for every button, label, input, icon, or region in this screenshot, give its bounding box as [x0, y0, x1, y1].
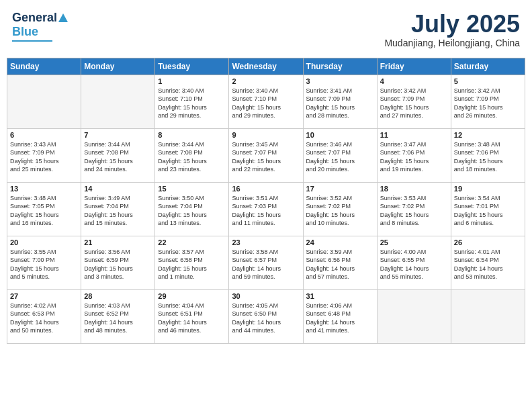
logo-triangle — [58, 13, 68, 22]
calendar-day-cell: 25Sunrise: 4:00 AM Sunset: 6:55 PM Dayli… — [377, 236, 451, 289]
day-number: 25 — [380, 238, 448, 246]
calendar-day-cell: 15Sunrise: 3:50 AM Sunset: 7:04 PM Dayli… — [155, 182, 229, 236]
day-info: Sunrise: 3:40 AM Sunset: 7:10 PM Dayligh… — [158, 87, 226, 120]
day-of-week-header: Sunday — [7, 58, 81, 75]
calendar-day-cell: 21Sunrise: 3:56 AM Sunset: 6:59 PM Dayli… — [81, 236, 155, 289]
title-section: July 2025 Mudanjiang, Heilongjiang, Chin… — [384, 11, 520, 48]
day-number: 7 — [84, 131, 152, 139]
day-of-week-header: Saturday — [451, 58, 525, 75]
day-number: 4 — [380, 77, 448, 85]
day-info: Sunrise: 3:50 AM Sunset: 7:04 PM Dayligh… — [158, 194, 226, 228]
calendar-day-cell: 26Sunrise: 4:01 AM Sunset: 6:54 PM Dayli… — [451, 236, 525, 289]
calendar-day-cell — [7, 75, 81, 128]
calendar-day-cell: 19Sunrise: 3:54 AM Sunset: 7:01 PM Dayli… — [451, 182, 525, 236]
calendar-week-row: 20Sunrise: 3:55 AM Sunset: 7:00 PM Dayli… — [7, 236, 525, 289]
calendar-day-cell: 3Sunrise: 3:41 AM Sunset: 7:09 PM Daylig… — [303, 75, 377, 128]
calendar-day-cell: 24Sunrise: 3:59 AM Sunset: 6:56 PM Dayli… — [303, 236, 377, 289]
calendar-day-cell: 1Sunrise: 3:40 AM Sunset: 7:10 PM Daylig… — [155, 75, 229, 128]
day-number: 26 — [454, 238, 522, 246]
calendar-day-cell: 2Sunrise: 3:40 AM Sunset: 7:10 PM Daylig… — [229, 75, 303, 128]
day-info: Sunrise: 3:53 AM Sunset: 7:02 PM Dayligh… — [380, 194, 448, 228]
day-number: 23 — [232, 238, 300, 246]
calendar-day-cell: 17Sunrise: 3:52 AM Sunset: 7:02 PM Dayli… — [303, 182, 377, 236]
day-info: Sunrise: 3:42 AM Sunset: 7:09 PM Dayligh… — [454, 87, 522, 120]
calendar-week-row: 13Sunrise: 3:48 AM Sunset: 7:05 PM Dayli… — [7, 182, 525, 236]
day-number: 24 — [306, 238, 374, 246]
calendar-day-cell: 8Sunrise: 3:44 AM Sunset: 7:08 PM Daylig… — [155, 128, 229, 182]
calendar-day-cell: 5Sunrise: 3:42 AM Sunset: 7:09 PM Daylig… — [451, 75, 525, 128]
logo-line — [12, 40, 52, 42]
day-number: 20 — [10, 238, 78, 246]
day-number: 1 — [158, 77, 226, 85]
day-number: 27 — [10, 292, 78, 300]
calendar-day-cell: 6Sunrise: 3:43 AM Sunset: 7:09 PM Daylig… — [7, 128, 81, 182]
logo: General Blue — [12, 11, 69, 42]
day-number: 11 — [380, 131, 448, 139]
day-number: 12 — [454, 131, 522, 139]
calendar-header-row: SundayMondayTuesdayWednesdayThursdayFrid… — [7, 58, 525, 75]
day-info: Sunrise: 3:44 AM Sunset: 7:08 PM Dayligh… — [84, 140, 152, 174]
day-info: Sunrise: 3:58 AM Sunset: 6:57 PM Dayligh… — [232, 248, 300, 281]
calendar-day-cell: 12Sunrise: 3:48 AM Sunset: 7:06 PM Dayli… — [451, 128, 525, 182]
day-number: 17 — [306, 185, 374, 193]
calendar-day-cell: 18Sunrise: 3:53 AM Sunset: 7:02 PM Dayli… — [377, 182, 451, 236]
day-number: 5 — [454, 77, 522, 85]
day-of-week-header: Monday — [81, 58, 155, 75]
day-info: Sunrise: 3:40 AM Sunset: 7:10 PM Dayligh… — [232, 87, 300, 120]
day-number: 31 — [306, 292, 374, 300]
day-number: 21 — [84, 238, 152, 246]
day-of-week-header: Thursday — [303, 58, 377, 75]
day-info: Sunrise: 3:45 AM Sunset: 7:07 PM Dayligh… — [232, 140, 300, 174]
month-year: July 2025 — [384, 11, 520, 38]
day-number: 29 — [158, 292, 226, 300]
calendar-day-cell: 9Sunrise: 3:45 AM Sunset: 7:07 PM Daylig… — [229, 128, 303, 182]
day-number: 30 — [232, 292, 300, 300]
day-number: 13 — [10, 185, 78, 193]
day-info: Sunrise: 3:49 AM Sunset: 7:04 PM Dayligh… — [84, 194, 152, 228]
calendar-day-cell: 31Sunrise: 4:06 AM Sunset: 6:48 PM Dayli… — [303, 289, 377, 343]
calendar-week-row: 6Sunrise: 3:43 AM Sunset: 7:09 PM Daylig… — [7, 128, 525, 182]
calendar-day-cell: 23Sunrise: 3:58 AM Sunset: 6:57 PM Dayli… — [229, 236, 303, 289]
day-info: Sunrise: 3:48 AM Sunset: 7:05 PM Dayligh… — [10, 194, 78, 228]
day-info: Sunrise: 3:47 AM Sunset: 7:06 PM Dayligh… — [380, 140, 448, 174]
day-number: 19 — [454, 185, 522, 193]
calendar-day-cell: 28Sunrise: 4:03 AM Sunset: 6:52 PM Dayli… — [81, 289, 155, 343]
day-of-week-header: Tuesday — [155, 58, 229, 75]
day-info: Sunrise: 4:04 AM Sunset: 6:51 PM Dayligh… — [158, 302, 226, 335]
page-header: General Blue July 2025 Mudanjiang, Heilo… — [7, 7, 525, 52]
calendar-day-cell: 7Sunrise: 3:44 AM Sunset: 7:08 PM Daylig… — [81, 128, 155, 182]
day-info: Sunrise: 4:03 AM Sunset: 6:52 PM Dayligh… — [84, 302, 152, 335]
calendar-day-cell — [451, 289, 525, 343]
calendar-day-cell: 29Sunrise: 4:04 AM Sunset: 6:51 PM Dayli… — [155, 289, 229, 343]
calendar-week-row: 27Sunrise: 4:02 AM Sunset: 6:53 PM Dayli… — [7, 289, 525, 343]
logo-blue: Blue — [12, 25, 38, 39]
day-info: Sunrise: 3:52 AM Sunset: 7:02 PM Dayligh… — [306, 194, 374, 228]
day-info: Sunrise: 3:57 AM Sunset: 6:58 PM Dayligh… — [158, 248, 226, 281]
day-number: 14 — [84, 185, 152, 193]
calendar-day-cell: 27Sunrise: 4:02 AM Sunset: 6:53 PM Dayli… — [7, 289, 81, 343]
calendar-day-cell: 10Sunrise: 3:46 AM Sunset: 7:07 PM Dayli… — [303, 128, 377, 182]
calendar-day-cell: 16Sunrise: 3:51 AM Sunset: 7:03 PM Dayli… — [229, 182, 303, 236]
day-of-week-header: Wednesday — [229, 58, 303, 75]
calendar-table: SundayMondayTuesdayWednesdayThursdayFrid… — [7, 58, 525, 344]
day-info: Sunrise: 4:00 AM Sunset: 6:55 PM Dayligh… — [380, 248, 448, 281]
day-number: 15 — [158, 185, 226, 193]
calendar-day-cell — [377, 289, 451, 343]
calendar-week-row: 1Sunrise: 3:40 AM Sunset: 7:10 PM Daylig… — [7, 75, 525, 128]
calendar-day-cell: 4Sunrise: 3:42 AM Sunset: 7:09 PM Daylig… — [377, 75, 451, 128]
day-of-week-header: Friday — [377, 58, 451, 75]
day-info: Sunrise: 4:05 AM Sunset: 6:50 PM Dayligh… — [232, 302, 300, 335]
day-number: 8 — [158, 131, 226, 139]
day-info: Sunrise: 3:46 AM Sunset: 7:07 PM Dayligh… — [306, 140, 374, 174]
location: Mudanjiang, Heilongjiang, China — [384, 38, 520, 48]
day-number: 10 — [306, 131, 374, 139]
day-number: 9 — [232, 131, 300, 139]
day-info: Sunrise: 3:43 AM Sunset: 7:09 PM Dayligh… — [10, 140, 78, 174]
day-number: 2 — [232, 77, 300, 85]
calendar-day-cell: 13Sunrise: 3:48 AM Sunset: 7:05 PM Dayli… — [7, 182, 81, 236]
day-number: 22 — [158, 238, 226, 246]
calendar-day-cell — [81, 75, 155, 128]
day-info: Sunrise: 3:59 AM Sunset: 6:56 PM Dayligh… — [306, 248, 374, 281]
day-number: 3 — [306, 77, 374, 85]
day-number: 6 — [10, 131, 78, 139]
